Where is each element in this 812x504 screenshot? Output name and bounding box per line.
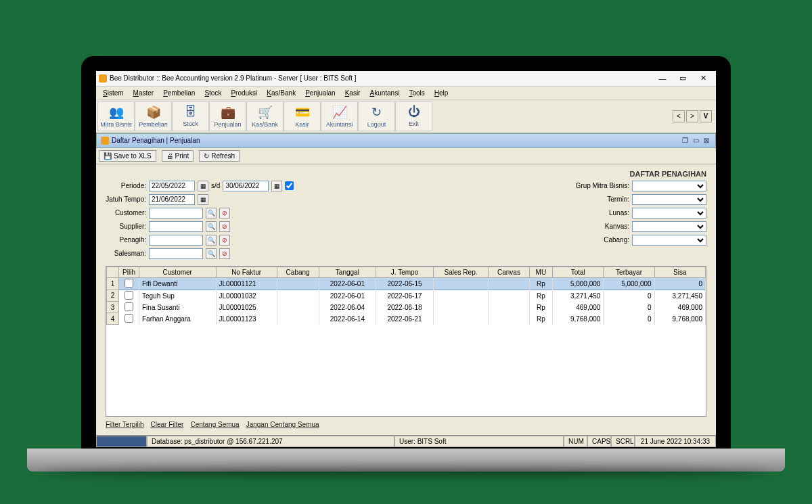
col-salesrep[interactable]: Sales Rep.: [433, 267, 488, 277]
table-row[interactable]: 2Teguh SupJL000010322022-06-012022-06-17…: [107, 290, 706, 302]
row-checkbox[interactable]: [125, 302, 133, 311]
centang-semua-link[interactable]: Centang Semua: [190, 421, 239, 428]
close-button[interactable]: ✕: [693, 72, 713, 85]
col-total[interactable]: Total: [553, 267, 604, 277]
nav-v-button[interactable]: V: [700, 110, 712, 122]
minimize-button[interactable]: —: [652, 72, 673, 85]
pembelian-icon: 📦: [146, 105, 161, 120]
col-sisa[interactable]: Sisa: [654, 267, 705, 277]
penjualan-icon: 💼: [221, 105, 235, 120]
filter-terpilih-link[interactable]: Filter Terpilih: [106, 421, 144, 428]
jatuh-tempo-input[interactable]: [149, 194, 195, 205]
col-jtempo[interactable]: J. Tempo: [376, 267, 434, 277]
exit-icon: ⏻: [408, 105, 420, 119]
toolbar-logout[interactable]: ↻Logout: [358, 101, 395, 131]
toolbar-pembelian[interactable]: 📦Pembelian: [135, 101, 172, 131]
menu-stock[interactable]: Stock: [200, 88, 225, 98]
refresh-button[interactable]: ↻Refresh: [199, 150, 240, 162]
jatuh-tempo-label: Jatuh Tempo:: [106, 196, 146, 203]
col-cabang[interactable]: Cabang: [277, 267, 319, 277]
page-title: DAFTAR PENAGIHAN: [106, 170, 706, 181]
toolbar-mitrabisnis[interactable]: 👥Mitra Bisnis: [97, 101, 135, 131]
calendar-icon[interactable]: ▦: [198, 181, 208, 191]
nav-prev-button[interactable]: <: [673, 110, 685, 122]
penagih-input[interactable]: [149, 235, 203, 246]
cabang-label: Cabang:: [572, 236, 629, 244]
kanvas-label: Kanvas:: [572, 223, 629, 230]
calendar-icon[interactable]: ▦: [271, 181, 282, 191]
toolbar-stock[interactable]: 🗄Stock: [172, 101, 209, 131]
toolbar-exit[interactable]: ⏻Exit: [395, 101, 432, 131]
toolbar-akuntansi[interactable]: 📈Akuntansi: [321, 101, 358, 131]
menu-akuntansi[interactable]: Akuntansi: [365, 88, 403, 98]
kanvas-select[interactable]: [632, 221, 706, 232]
mdi-max-button[interactable]: ▭: [691, 136, 700, 145]
customer-input[interactable]: [149, 208, 203, 219]
clear-icon[interactable]: ⊘: [219, 248, 230, 259]
clear-filter-link[interactable]: Clear Filter: [151, 421, 184, 428]
menu-kasir[interactable]: Kasir: [341, 88, 365, 98]
clear-icon[interactable]: ⊘: [219, 235, 230, 246]
lunas-select[interactable]: [632, 208, 706, 219]
status-scrl: SCRL: [611, 436, 635, 447]
menu-help[interactable]: Help: [430, 88, 453, 98]
app-icon: [99, 74, 107, 83]
jangan-centang-link[interactable]: Jangan Centang Semua: [246, 421, 319, 428]
col-pilih[interactable]: Pilih: [119, 267, 139, 277]
menu-kas/bank[interactable]: Kas/Bank: [263, 88, 300, 98]
mdi-restore-button[interactable]: ❐: [680, 136, 690, 145]
customer-label: Customer:: [106, 209, 146, 216]
menu-bar: SistemMasterPembelianStockProduksiKas/Ba…: [96, 87, 716, 100]
search-icon[interactable]: 🔍: [206, 221, 217, 232]
supplier-label: Supplier:: [106, 223, 146, 230]
supplier-input[interactable]: [149, 221, 203, 232]
menu-produksi[interactable]: Produksi: [227, 88, 261, 98]
save-xls-button[interactable]: 💾Save to XLS: [99, 150, 156, 162]
maximize-button[interactable]: ▭: [673, 72, 693, 85]
kas/bank-icon: 🛒: [258, 105, 273, 120]
cabang-select[interactable]: [632, 235, 706, 246]
periode-to-input[interactable]: [223, 181, 269, 191]
table-row[interactable]: 1Fifi DewantiJL000011212022-06-012022-06…: [107, 277, 706, 290]
table-row[interactable]: 4Farhan AnggaraJL000011232022-06-142022-…: [107, 313, 706, 325]
penagih-label: Penagih:: [106, 236, 146, 244]
menu-master[interactable]: Master: [129, 88, 158, 98]
clear-icon[interactable]: ⊘: [219, 208, 230, 219]
stock-icon: 🗄: [185, 105, 197, 119]
mdi-close-button[interactable]: ⊠: [702, 136, 711, 145]
clear-icon[interactable]: ⊘: [219, 221, 230, 232]
search-icon[interactable]: 🔍: [206, 235, 217, 246]
data-grid[interactable]: PilihCustomerNo FakturCabangTanggalJ. Te…: [106, 266, 706, 417]
toolbar-kasir[interactable]: 💳Kasir: [284, 101, 321, 131]
toolbar-penjualan[interactable]: 💼Penjualan: [209, 101, 246, 131]
nav-next-button[interactable]: >: [686, 110, 698, 122]
periode-checkbox[interactable]: [285, 181, 294, 190]
disk-icon: 💾: [104, 152, 112, 160]
col-terbayar[interactable]: Terbayar: [604, 267, 654, 277]
search-icon[interactable]: 🔍: [206, 248, 217, 259]
col-tanggal[interactable]: Tanggal: [319, 267, 376, 277]
menu-tools[interactable]: Tools: [405, 88, 428, 98]
search-icon[interactable]: 🔍: [206, 208, 217, 219]
col-canvas[interactable]: Canvas: [489, 267, 529, 277]
toolbar-kasbank[interactable]: 🛒Kas/Bank: [246, 101, 284, 131]
menu-sistem[interactable]: Sistem: [99, 88, 128, 98]
row-checkbox[interactable]: [125, 279, 133, 288]
periode-from-input[interactable]: [149, 181, 195, 191]
col-nofaktur[interactable]: No Faktur: [216, 267, 277, 277]
calendar-icon[interactable]: ▦: [198, 194, 208, 205]
table-row[interactable]: 3Fina SusantiJL000010252022-06-042022-06…: [107, 302, 706, 313]
status-time: 21 June 2022 10:34:33: [635, 436, 716, 447]
grup-select[interactable]: [632, 181, 706, 191]
mdi-title-bar: Daftar Penagihan | Penjualan ❐ ▭ ⊠: [96, 133, 716, 148]
menu-pembelian[interactable]: Pembelian: [159, 88, 199, 98]
menu-penjualan[interactable]: Penjualan: [301, 88, 339, 98]
col-mu[interactable]: MU: [529, 267, 553, 277]
col-customer[interactable]: Customer: [139, 267, 217, 277]
row-checkbox[interactable]: [125, 314, 133, 323]
print-button[interactable]: 🖨Print: [162, 150, 194, 162]
salesman-input[interactable]: [149, 248, 203, 259]
termin-select[interactable]: [632, 194, 706, 205]
status-database: Database: ps_distributor @ 156.67.221.20…: [147, 436, 394, 447]
row-checkbox[interactable]: [125, 291, 133, 300]
